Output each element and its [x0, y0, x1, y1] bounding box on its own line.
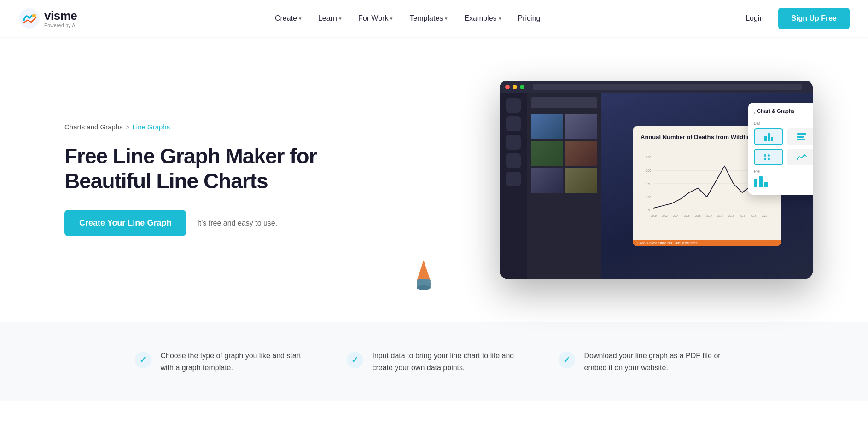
svg-text:2016: 2016 — [740, 215, 745, 217]
bar-chart-icon-btn[interactable] — [754, 128, 783, 145]
close-dot — [505, 85, 510, 89]
expand-dot — [520, 85, 524, 89]
scatter-chart-icon-btn[interactable] — [754, 149, 783, 165]
scatter-chart-icon — [764, 154, 773, 160]
nav-links: Create ▾ Learn ▾ For Work ▾ Templates ▾ … — [268, 11, 548, 26]
bar-chart-icon — [764, 132, 773, 141]
feature-text-1: Choose the type of graph you like and st… — [161, 350, 310, 373]
titlebar — [500, 81, 813, 93]
nav-learn[interactable]: Learn ▾ — [311, 11, 349, 26]
logo-text: visme Powered by AI — [44, 9, 77, 28]
nav-pricing[interactable]: Pricing — [511, 11, 548, 26]
sidebar-icon — [506, 172, 521, 186]
asset-grid — [527, 112, 601, 195]
feature-item-2: ✓ Input data to bring your line chart to… — [347, 350, 522, 373]
panel-bar-label: Bar — [754, 121, 813, 126]
line-chart-icon-btn[interactable] — [787, 149, 813, 165]
svg-text:2008: 2008 — [695, 215, 701, 217]
svg-point-26 — [417, 285, 431, 290]
svg-text:200: 200 — [646, 169, 651, 172]
nav-templates[interactable]: Templates ▾ — [402, 11, 455, 26]
svg-text:2018: 2018 — [751, 215, 756, 217]
feature-check-2: ✓ — [347, 352, 363, 368]
chart-icon-grid — [754, 128, 813, 165]
navbar: visme Powered by AI Create ▾ Learn ▾ For… — [0, 0, 868, 37]
breadcrumb-current: Line Graphs — [133, 123, 170, 131]
decorative-lamp — [405, 255, 442, 292]
chart-footer: Global Deaths Since 2019 due to Wildfire… — [633, 240, 781, 246]
login-button[interactable]: Login — [738, 11, 771, 26]
minimize-dot — [513, 85, 517, 89]
sidebar-icon — [506, 98, 521, 113]
chevron-down-icon: ▾ — [390, 16, 393, 22]
chevron-down-icon: ▾ — [445, 16, 448, 22]
line-chart-small-icon — [796, 153, 807, 161]
nav-forwork[interactable]: For Work ▾ — [351, 11, 400, 26]
cta-note: It's free and easy to use. — [197, 219, 277, 227]
chart-panel-overlay: ‹ Chart & Graphs Bar — [748, 103, 813, 195]
feature-item-3: ✓ Download your line graph as a PDF file… — [559, 350, 734, 373]
logo-sub: Powered by AI — [44, 23, 77, 28]
feature-check-1: ✓ — [135, 352, 151, 368]
laptop-mockup: Annual Number of Deaths from Wildfire — [500, 81, 813, 279]
hero-illustration: Annual Number of Deaths from Wildfire — [322, 76, 813, 283]
svg-text:2006: 2006 — [684, 215, 690, 217]
svg-text:150: 150 — [646, 182, 651, 186]
asset-thumb — [565, 141, 597, 166]
chevron-down-icon: ▾ — [299, 16, 302, 22]
svg-text:2000: 2000 — [651, 215, 657, 217]
logo-icon — [18, 7, 41, 29]
asset-thumb — [531, 114, 563, 139]
laptop-content: Annual Number of Deaths from Wildfire — [500, 93, 813, 279]
asset-thumb — [565, 168, 597, 193]
hbar-chart-icon — [797, 133, 806, 140]
svg-text:2014: 2014 — [728, 215, 734, 217]
svg-text:2004: 2004 — [673, 215, 679, 217]
sidebar-icon — [506, 153, 521, 168]
nav-create[interactable]: Create ▾ — [268, 11, 309, 26]
checkmark-icon-1: ✓ — [140, 355, 146, 365]
breadcrumb: Charts and Graphs > Line Graphs — [64, 123, 322, 131]
asset-thumb — [565, 114, 597, 139]
hbar-chart-icon-btn[interactable] — [787, 128, 813, 145]
nav-right: Login Sign Up Free — [738, 8, 850, 29]
logo[interactable]: visme Powered by AI — [18, 7, 77, 29]
nav-examples[interactable]: Examples ▾ — [457, 11, 508, 26]
hero-title: Free Line Graph Maker for Beautiful Line… — [64, 144, 322, 194]
breadcrumb-parent[interactable]: Charts and Graphs — [64, 123, 123, 131]
asset-thumb — [531, 168, 563, 193]
cta-button[interactable]: Create Your Line Graph — [64, 210, 186, 236]
hero-content: Charts and Graphs > Line Graphs Free Lin… — [64, 123, 322, 237]
checkmark-icon-2: ✓ — [351, 355, 358, 365]
svg-text:100: 100 — [646, 196, 651, 199]
sidebar-icon — [506, 135, 521, 150]
svg-text:2010: 2010 — [706, 215, 712, 217]
asset-search — [531, 97, 597, 108]
svg-marker-23 — [417, 260, 431, 281]
svg-text:2002: 2002 — [662, 215, 668, 217]
checkmark-icon-3: ✓ — [563, 355, 570, 365]
asset-panel — [527, 93, 601, 279]
hero-section: Charts and Graphs > Line Graphs Free Lin… — [0, 37, 868, 322]
breadcrumb-separator: > — [126, 123, 130, 131]
feature-text-2: Input data to bring your line chart to l… — [373, 350, 522, 373]
feature-text-3: Download your line graph as a PDF file o… — [584, 350, 734, 373]
bottom-chart-bars — [754, 176, 813, 189]
hero-cta-area: Create Your Line Graph It's free and eas… — [64, 210, 322, 236]
logo-name: visme — [44, 9, 77, 23]
svg-text:50: 50 — [648, 209, 652, 212]
signup-button[interactable]: Sign Up Free — [778, 8, 850, 29]
svg-text:2020: 2020 — [762, 215, 767, 217]
svg-point-1 — [32, 14, 36, 17]
sidebar-icon — [506, 116, 521, 131]
app-sidebar — [500, 93, 527, 279]
feature-check-3: ✓ — [559, 352, 575, 368]
feature-item-1: ✓ Choose the type of graph you like and … — [135, 350, 310, 373]
panel-pie-label: Pie — [754, 169, 813, 174]
canvas-area: Annual Number of Deaths from Wildfire — [601, 93, 813, 279]
svg-text:250: 250 — [646, 156, 651, 159]
svg-text:2012: 2012 — [717, 215, 723, 217]
chevron-down-icon: ▾ — [499, 16, 501, 22]
asset-thumb — [531, 141, 563, 166]
chevron-down-icon: ▾ — [339, 16, 342, 22]
